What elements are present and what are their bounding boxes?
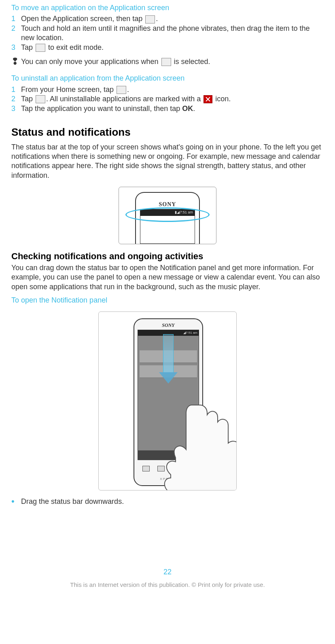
phone-hw-buttons	[138, 464, 198, 473]
figure-open-panel: SONY ◢ 7:51 am	[11, 311, 324, 490]
bullet-text: Drag the status bar downwards.	[21, 497, 124, 506]
heading-open-notification-panel: To open the Notification panel	[11, 296, 324, 305]
heading-status-notifications: Status and notifications	[11, 126, 324, 139]
step-text-pre: Tap the application you want to uninstal…	[21, 104, 182, 113]
apps-grid-icon	[117, 86, 126, 94]
status-time: 7:51 am	[186, 331, 197, 335]
info-icon: ❢	[11, 57, 21, 66]
uninstall-x-icon	[204, 95, 212, 103]
phone-screen: ◢ 7:51 am	[138, 330, 199, 460]
page-footer: 22 This is an Internet version of this p…	[11, 567, 324, 597]
heading-checking-notifications: Checking notifications and ongoing activ…	[11, 251, 324, 262]
status-time: 7:51 am	[180, 210, 193, 215]
step-text-mid: . All uninstallable applications are mar…	[46, 95, 203, 103]
step-row: 3 Tap to exit edit mode.	[11, 43, 324, 52]
exit-edit-icon	[36, 44, 45, 52]
page-content: To move an application on the Applicatio…	[0, 3, 335, 597]
step-text-pre: Open the Application screen, then tap	[21, 15, 144, 23]
checking-body: You can drag down the status bar to open…	[11, 263, 324, 292]
phone-bezel: SONY ▮◢ 7:51 am	[135, 192, 200, 244]
step-text-pre: Tap	[21, 95, 35, 103]
heading-move-app: To move an application on the Applicatio…	[11, 3, 324, 13]
step-text-pre: From your Home screen, tap	[21, 85, 116, 94]
note-post: is selected.	[172, 58, 210, 66]
step-text: Open the Application screen, then tap .	[21, 14, 324, 23]
figure-status-bar: SONY ▮◢ 7:51 am	[11, 187, 324, 244]
step-row: 1 Open the Application screen, then tap …	[11, 14, 324, 23]
step-number: 1	[11, 14, 21, 23]
grid-add-icon	[145, 15, 155, 23]
step-text-post: .	[127, 85, 129, 94]
ok-label: OK	[182, 104, 193, 113]
signal-icon: ▮◢	[175, 210, 180, 215]
step-text: From your Home screen, tap .	[21, 85, 324, 94]
step-row: 2 Tap . All uninstallable applications a…	[11, 94, 324, 104]
menu-button-icon	[172, 466, 180, 471]
phone-brand-label: SONY	[134, 322, 202, 329]
note-pre: You can only move your applications when	[21, 58, 161, 66]
step-text-post: .	[156, 15, 158, 23]
step-row: 2 Touch and hold an item until it magnif…	[11, 24, 324, 43]
grid-add-icon	[36, 95, 45, 103]
step-text-post: .	[193, 104, 195, 113]
step-text: Tap to exit edit mode.	[21, 43, 324, 52]
drag-arrow-icon	[159, 334, 178, 391]
bullet-row: • Drag the status bar downwards.	[11, 497, 324, 506]
step-text: Touch and hold an item until it magnifie…	[21, 24, 324, 43]
phone-illustration-top: SONY ▮◢ 7:51 am	[119, 187, 216, 244]
phone-status-bar: ▮◢ 7:51 am	[140, 209, 195, 216]
footer-disclaimer: This is an Internet version of this publ…	[11, 581, 324, 589]
step-text-post: to exit edit mode.	[46, 43, 104, 51]
bullet-icon: •	[11, 497, 21, 506]
step-row: 1 From your Home screen, tap .	[11, 85, 324, 94]
step-number: 3	[11, 104, 21, 113]
heading-uninstall-app: To uninstall an application from the App…	[11, 74, 324, 83]
step-text: Tap . All uninstallable applications are…	[21, 94, 324, 104]
phone-dock	[138, 450, 199, 460]
page-number: 22	[11, 567, 324, 577]
phone-illustration-panel: SONY ◢ 7:51 am	[98, 311, 237, 490]
note-text: You can only move your applications when…	[21, 57, 324, 66]
sort-icon	[161, 58, 171, 66]
status-body: The status bar at the top of your screen…	[11, 143, 324, 181]
step-number: 2	[11, 24, 21, 43]
back-button-icon	[142, 466, 150, 471]
step-text-pre: Tap	[21, 43, 35, 51]
phone-body: SONY ◢ 7:51 am	[134, 318, 203, 486]
xperia-label: XPERIA	[134, 477, 202, 481]
phone-brand-label: SONY	[136, 201, 199, 208]
search-button-icon	[187, 466, 195, 471]
step-number: 1	[11, 85, 21, 94]
step-number: 2	[11, 94, 21, 104]
step-text: Tap the application you want to uninstal…	[21, 104, 324, 113]
step-text-post: icon.	[213, 95, 231, 103]
home-button-icon	[157, 466, 165, 471]
step-number: 3	[11, 43, 21, 52]
note-row: ❢ You can only move your applications wh…	[11, 57, 324, 66]
phone-screen: ▮◢ 7:51 am	[140, 209, 195, 244]
step-row: 3 Tap the application you want to uninst…	[11, 104, 324, 113]
